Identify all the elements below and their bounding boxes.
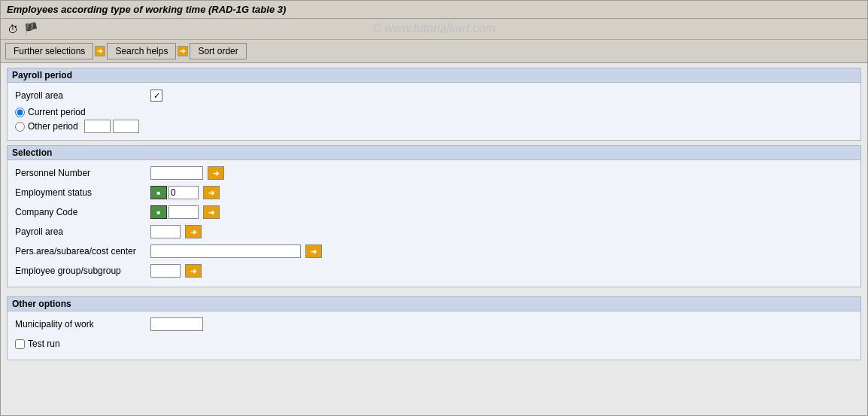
- main-window: Employees according type of working time…: [0, 0, 868, 416]
- other-period-label: Other period: [28, 121, 78, 132]
- selection-section: Selection Personnel Number ➔ Employment …: [7, 145, 861, 287]
- period-input-1[interactable]: [84, 120, 111, 133]
- clock-icon[interactable]: ⏱: [5, 22, 20, 37]
- further-selections-label: Further selections: [14, 46, 85, 56]
- tab-sort-order[interactable]: Sort order: [190, 43, 246, 59]
- tab-further-selections[interactable]: Further selections: [5, 43, 93, 59]
- employee-group-input[interactable]: [150, 264, 181, 278]
- company-code-green-btn[interactable]: ■: [150, 205, 167, 219]
- flag-icon[interactable]: 🏴: [23, 22, 38, 37]
- window-title: Employees according type of working time…: [7, 4, 286, 15]
- municipality-row: Municipality of work: [15, 316, 853, 332]
- current-period-row: Current period: [15, 107, 853, 117]
- other-period-row: Other period: [15, 120, 853, 133]
- search-helps-label: Search helps: [115, 46, 168, 56]
- employee-group-row: Employee group/subgroup ➔: [15, 263, 853, 279]
- watermark: © www.tutorialkart.com: [372, 22, 496, 35]
- other-options-body: Municipality of work Test run: [8, 311, 860, 360]
- selection-payroll-area-label: Payroll area: [15, 226, 150, 237]
- test-run-row: Test run: [15, 336, 853, 352]
- sort-order-label: Sort order: [198, 46, 238, 56]
- employment-status-input[interactable]: [168, 186, 199, 199]
- pers-area-label: Pers.area/subarea/cost center: [15, 246, 150, 257]
- other-period-radio[interactable]: [15, 122, 25, 132]
- company-code-row: Company Code ■ ➔: [15, 204, 853, 220]
- personnel-number-arrow-btn[interactable]: ➔: [208, 166, 224, 180]
- current-period-radio[interactable]: [15, 108, 25, 117]
- employment-status-label: Employment status: [15, 187, 150, 198]
- payroll-area-checkbox[interactable]: ✓: [150, 90, 162, 102]
- arrow-icon-search: ➔: [95, 46, 105, 56]
- employee-group-label: Employee group/subgroup: [15, 266, 150, 276]
- personnel-number-row: Personnel Number ➔: [15, 165, 853, 181]
- payroll-period-body: Payroll area ✓ Current period Other peri…: [8, 83, 860, 140]
- employment-status-row: Employment status ■ ➔: [15, 184, 853, 201]
- title-bar: Employees according type of working time…: [1, 1, 867, 19]
- test-run-checkbox[interactable]: [15, 339, 25, 349]
- selection-title: Selection: [8, 146, 860, 160]
- payroll-area-row: Payroll area ✓: [15, 87, 853, 104]
- period-input-2[interactable]: [113, 120, 139, 133]
- pers-area-arrow-btn[interactable]: ➔: [305, 244, 322, 258]
- selection-payroll-area-input[interactable]: [150, 225, 181, 238]
- personnel-number-input[interactable]: [150, 166, 203, 180]
- toolbar: ⏱ 🏴 © www.tutorialkart.com: [1, 19, 867, 40]
- selection-payroll-area-arrow-btn[interactable]: ➔: [185, 225, 202, 238]
- pers-area-row: Pers.area/subarea/cost center ➔: [15, 243, 853, 260]
- other-options-section: Other options Municipality of work Test …: [7, 296, 861, 360]
- municipality-input[interactable]: [150, 317, 203, 331]
- test-run-label: Test run: [28, 339, 60, 349]
- municipality-label: Municipality of work: [15, 319, 150, 329]
- period-inputs: [84, 120, 139, 133]
- selection-payroll-area-row: Payroll area ➔: [15, 223, 853, 240]
- tab-search-helps[interactable]: Search helps: [107, 43, 176, 59]
- payroll-period-title: Payroll period: [8, 68, 860, 83]
- pers-area-input[interactable]: [150, 244, 301, 258]
- company-code-arrow-btn[interactable]: ➔: [203, 205, 220, 219]
- payroll-period-section: Payroll period Payroll area ✓ Current pe…: [7, 68, 861, 141]
- current-period-label: Current period: [28, 107, 86, 117]
- company-code-label: Company Code: [15, 207, 150, 217]
- employment-status-arrow-btn[interactable]: ➔: [203, 186, 220, 199]
- employment-status-green-btn[interactable]: ■: [150, 186, 167, 199]
- employee-group-arrow-btn[interactable]: ➔: [185, 264, 202, 278]
- personnel-number-label: Personnel Number: [15, 168, 150, 178]
- content-area: Payroll period Payroll area ✓ Current pe…: [1, 63, 867, 369]
- payroll-area-label: Payroll area: [15, 90, 150, 101]
- selection-body: Personnel Number ➔ Employment status ■ ➔…: [8, 160, 860, 287]
- other-options-title: Other options: [8, 297, 860, 311]
- company-code-input[interactable]: [168, 205, 199, 219]
- tab-bar: Further selections ➔ Search helps ➔ Sort…: [1, 40, 867, 63]
- arrow-icon-sort: ➔: [178, 46, 188, 56]
